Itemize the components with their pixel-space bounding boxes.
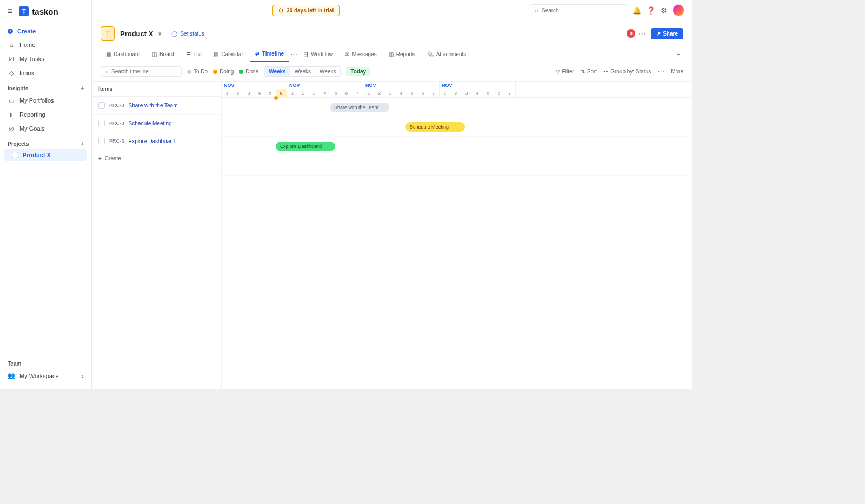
timeline-lane[interactable]: Schedule Meeting xyxy=(222,117,692,137)
tab-more-icon[interactable]: ⋯ xyxy=(290,50,297,58)
today-button[interactable]: Today xyxy=(346,67,370,76)
nav-inbox[interactable]: ◇ Inbox xyxy=(0,66,91,80)
tab-timeline[interactable]: ⇄Timeline xyxy=(250,46,289,62)
sort-button[interactable]: ⇅Sort xyxy=(581,69,597,75)
nav-label: Reporting xyxy=(19,111,45,118)
global-search[interactable]: ⌕ xyxy=(530,4,627,16)
nav-label: Home xyxy=(19,42,35,48)
check-icon: ☑ xyxy=(8,55,15,63)
app-root: ≡ T taskon + Create ⌂ Home ☑ My Tasks ◇ … xyxy=(0,0,692,389)
user-avatar[interactable] xyxy=(673,4,684,16)
zoom-selector: Weeks Weeks Weeks xyxy=(264,66,341,77)
zoom-weeks-1[interactable]: Weeks xyxy=(264,67,290,76)
chip-done[interactable]: Done xyxy=(239,69,258,75)
settings-gear-icon[interactable]: ⚙ xyxy=(661,6,667,15)
timeline-bar[interactable]: Schedule Meeting xyxy=(405,122,465,132)
timeline-bar[interactable]: Explore Dashboard xyxy=(276,142,335,151)
tab-dashboard[interactable]: ▦Dashboard xyxy=(101,47,145,62)
collaborators[interactable]: 0 ⋯ xyxy=(627,29,646,38)
toolbar-more-label[interactable]: More xyxy=(671,69,683,75)
items-heading: Items xyxy=(92,82,221,97)
toolbar-right: ▽Filter ⇅Sort ☷Group by: Status ⋯ More xyxy=(556,68,683,76)
nav-portfolios[interactable]: ▭ My Portfolios xyxy=(0,93,91,107)
tab-workflow[interactable]: ⇶Workflow xyxy=(298,47,338,62)
nav-home[interactable]: ⌂ Home xyxy=(0,38,91,52)
nav-my-tasks[interactable]: ☑ My Tasks xyxy=(0,52,91,66)
add-insight-icon[interactable]: + xyxy=(81,85,84,91)
chip-todo[interactable]: To Do xyxy=(187,69,208,75)
timeline-grid[interactable]: NOV 123456 NOV 1234567 NOV 1234567 NOV 1… xyxy=(222,82,692,389)
month-label: NOV xyxy=(440,82,515,89)
set-status-button[interactable]: ◯ Set status xyxy=(171,31,204,37)
sidebar-project-product-x[interactable]: Product X xyxy=(4,149,87,161)
timeline-icon: ⇄ xyxy=(255,51,260,57)
tab-board[interactable]: ◫Board xyxy=(147,47,179,62)
toolbar-more-icon[interactable]: ⋯ xyxy=(657,68,664,76)
tab-reports[interactable]: ▥Reports xyxy=(383,47,421,62)
month-label: NOV xyxy=(287,82,363,89)
nav-label: My Tasks xyxy=(19,56,44,62)
tab-list[interactable]: ☰List xyxy=(181,47,208,62)
filter-button[interactable]: ▽Filter xyxy=(556,69,574,75)
timeline-lane[interactable] xyxy=(222,156,692,176)
plus-icon: + xyxy=(98,156,102,162)
tab-messages[interactable]: ✉Messages xyxy=(340,47,382,62)
checkbox-icon[interactable] xyxy=(98,138,105,144)
chart-icon: ⫾ xyxy=(8,111,15,118)
status-circle-icon: ◯ xyxy=(171,31,177,37)
target-icon: ◎ xyxy=(8,125,15,132)
task-row[interactable]: PRO-3 Share with the Team xyxy=(92,97,221,115)
chevron-down-icon[interactable]: ▾ xyxy=(158,30,162,37)
home-icon: ⌂ xyxy=(8,41,15,49)
add-view-icon[interactable]: + xyxy=(674,46,683,62)
nav-create[interactable]: + Create xyxy=(0,25,91,38)
nav-label: My Portfolios xyxy=(19,97,54,104)
brand-name: taskon xyxy=(32,7,58,16)
tab-attachments[interactable]: 📎Attachments xyxy=(422,47,472,62)
share-button[interactable]: ↗ Share xyxy=(651,28,683,39)
nav-reporting[interactable]: ⫾ Reporting xyxy=(0,107,91,122)
task-row[interactable]: PRO-3 Explore Dashboard xyxy=(92,132,221,150)
timeline-bar[interactable]: Share with the Team xyxy=(330,103,389,112)
checkbox-icon[interactable] xyxy=(98,120,105,126)
task-name: Explore Dashboard xyxy=(129,138,175,144)
timeline-lane[interactable]: Explore Dashboard xyxy=(222,137,692,156)
workflow-icon: ⇶ xyxy=(304,51,308,57)
sort-icon: ⇅ xyxy=(581,69,585,75)
attach-icon: 📎 xyxy=(427,51,434,57)
trial-badge[interactable]: ⏱ 30 days left in trial xyxy=(272,5,340,16)
project-header: ◫ Product X ▾ ◯ Set status 0 ⋯ ↗ Share xyxy=(92,21,692,46)
zoom-weeks-2[interactable]: Weeks xyxy=(290,67,315,76)
more-options-icon[interactable]: ⋯ xyxy=(638,30,646,38)
nav-goals[interactable]: ◎ My Goals xyxy=(0,122,91,136)
hamburger-icon[interactable]: ≡ xyxy=(8,6,12,16)
tab-calendar[interactable]: ▤Calendar xyxy=(208,47,249,62)
brand-logo-icon: T xyxy=(19,6,29,16)
zoom-weeks-3[interactable]: Weeks xyxy=(315,67,340,76)
timeline-block: NOV 1234567 xyxy=(363,82,440,97)
project-icon: ◫ xyxy=(101,26,115,41)
create-task-button[interactable]: + Create xyxy=(92,150,221,167)
timeline-lane[interactable]: Share with the Team xyxy=(222,98,692,117)
task-name: Share with the Team xyxy=(129,103,178,109)
month-label: NOV xyxy=(363,82,439,89)
timeline-search[interactable]: ⌕ xyxy=(101,66,182,77)
team-section-label: Team xyxy=(0,355,91,369)
create-label: Create xyxy=(105,156,121,162)
checkbox-icon[interactable] xyxy=(98,102,105,109)
add-project-icon[interactable]: + xyxy=(81,141,84,147)
insights-section-label: Insights + xyxy=(0,80,91,93)
timeline-search-input[interactable] xyxy=(111,69,177,75)
share-icon: ↗ xyxy=(656,31,661,37)
board-icon: ◫ xyxy=(152,51,157,57)
nav-label: Create xyxy=(17,28,36,35)
task-row[interactable]: PRO-3 Schedule Meeting xyxy=(92,115,221,132)
notification-bell-icon[interactable]: 🔔 xyxy=(633,6,641,15)
project-square-icon xyxy=(12,152,18,158)
chip-doing[interactable]: Doing xyxy=(213,69,234,75)
group-by-button[interactable]: ☷Group by: Status xyxy=(603,69,651,75)
help-icon[interactable]: ❓ xyxy=(647,6,655,15)
view-tabs: ▦Dashboard ◫Board ☰List ▤Calendar ⇄Timel… xyxy=(92,46,692,62)
team-workspace[interactable]: 👥 My Workspace › xyxy=(0,369,91,382)
search-input[interactable] xyxy=(542,8,622,14)
